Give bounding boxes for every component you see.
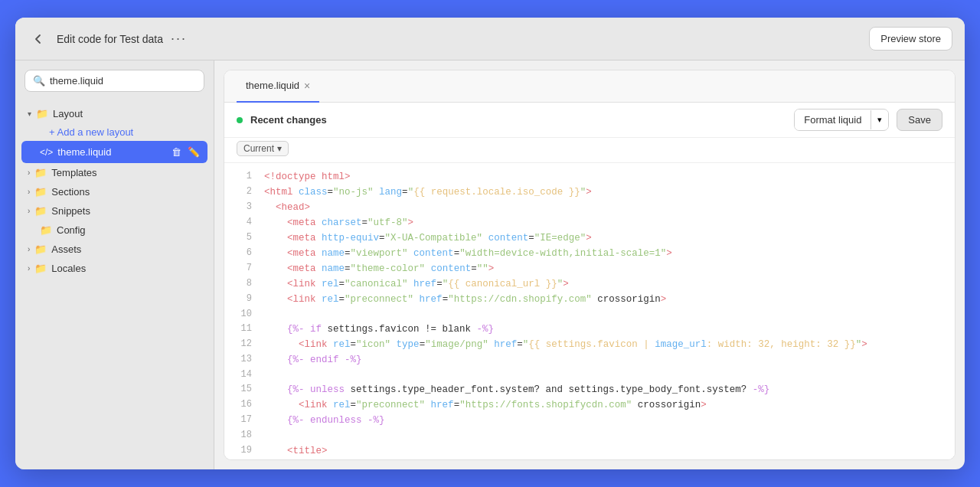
folder-icon: 📁: [40, 224, 52, 236]
code-line: 18: [224, 428, 955, 443]
search-input[interactable]: [50, 75, 196, 87]
file-actions: 🗑 ✏️: [170, 145, 201, 159]
folder-icon: 📁: [34, 263, 47, 274]
edit-icon[interactable]: ✏️: [186, 145, 201, 159]
search-bar[interactable]: 🔍: [24, 70, 204, 92]
code-line: 19 <title>: [224, 443, 955, 459]
sidebar-item-templates[interactable]: › 📁 Templates: [21, 163, 207, 182]
sidebar-item-theme-liquid[interactable]: </> theme.liquid 🗑 ✏️: [21, 141, 207, 163]
sidebar-item-layout[interactable]: ▾ 📁 Layout: [21, 104, 207, 123]
current-dropdown[interactable]: Current ▾: [237, 141, 289, 156]
chevron-right-icon: ›: [28, 264, 30, 273]
editor-area: theme.liquid × Recent changes Format liq…: [224, 70, 956, 460]
code-line: 17 {%- endunless -%}: [224, 413, 955, 428]
chevron-right-icon: ›: [28, 245, 30, 253]
code-line: 11 {%- if settings.favicon != blank -%}: [224, 322, 955, 337]
code-line: 8 <link rel="canonical" href="{{ canonic…: [224, 276, 955, 292]
assets-label: Assets: [51, 244, 81, 255]
theme-liquid-label: theme.liquid: [57, 146, 111, 158]
sidebar-item-locales[interactable]: › 📁 Locales: [21, 259, 207, 278]
delete-icon[interactable]: 🗑: [170, 145, 183, 159]
current-chevron-icon: ▾: [277, 143, 282, 154]
code-line: 5 <meta http-equiv="X-UA-Compatible" con…: [224, 230, 955, 246]
folder-icon: 📁: [36, 108, 48, 119]
folder-icon: 📁: [34, 205, 47, 217]
code-line: 6 <meta name="viewport" content="width=d…: [224, 246, 955, 261]
code-line: 16 <link rel="preconnect" href="https://…: [224, 397, 955, 413]
folder-icon: 📁: [34, 167, 47, 178]
code-line: 13 {%- endif -%}: [224, 352, 955, 368]
code-line: 1 <!doctype html>: [224, 169, 955, 185]
format-chevron-icon[interactable]: ▾: [871, 110, 888, 129]
current-bar: Current ▾: [224, 138, 955, 163]
current-label: Current: [243, 143, 274, 154]
sidebar-item-sections[interactable]: › 📁 Sections: [21, 182, 207, 201]
preview-store-button[interactable]: Preview store: [869, 27, 952, 51]
layout-label: Layout: [53, 108, 83, 119]
format-liquid-button[interactable]: Format liquid: [795, 109, 871, 130]
tab-label: theme.liquid: [246, 80, 299, 91]
sidebar-tree: ▾ 📁 Layout + Add a new layout </> theme.…: [15, 101, 214, 281]
config-label: Config: [57, 224, 86, 236]
tab-bar: theme.liquid ×: [224, 70, 955, 103]
status-dot: [237, 117, 243, 123]
more-icon[interactable]: ···: [171, 31, 187, 47]
sidebar-item-config[interactable]: 📁 Config: [21, 221, 207, 240]
locales-label: Locales: [51, 263, 86, 274]
top-bar-left: Edit code for Test data ···: [28, 28, 869, 50]
tab-close-icon[interactable]: ×: [304, 80, 310, 91]
chevron-down-icon: ▾: [28, 109, 31, 118]
sidebar-item-snippets[interactable]: › 📁 Snippets: [21, 201, 207, 221]
code-line: 2 <html class="no-js" lang="{{ request.l…: [224, 185, 955, 200]
code-line: 12 <link rel="icon" type="image/png" hre…: [224, 337, 955, 352]
code-line: 15 {%- unless settings.type_header_font.…: [224, 382, 955, 397]
tab-theme-liquid[interactable]: theme.liquid ×: [237, 70, 319, 103]
sidebar: 🔍 ▾ 📁 Layout + Add a new layout </> them…: [15, 60, 214, 469]
back-icon[interactable]: [28, 28, 49, 50]
editor-wrapper: 1 <!doctype html> 2 <html class="no-js" …: [224, 163, 955, 459]
chevron-right-icon: ›: [28, 168, 30, 177]
add-layout-label: + Add a new layout: [49, 126, 133, 138]
chevron-right-icon: ›: [28, 207, 30, 215]
code-line: 9 <link rel="preconnect" href="https://c…: [224, 292, 955, 307]
templates-label: Templates: [51, 167, 96, 178]
main-content: 🔍 ▾ 📁 Layout + Add a new layout </> them…: [15, 60, 965, 469]
save-button[interactable]: Save: [897, 109, 942, 131]
sections-label: Sections: [51, 186, 90, 198]
code-line: 14: [224, 368, 955, 382]
folder-icon: 📁: [34, 186, 47, 198]
code-line: 10: [224, 307, 955, 322]
app-window: Edit code for Test data ··· Preview stor…: [15, 18, 965, 469]
add-layout-button[interactable]: + Add a new layout: [21, 123, 207, 141]
recent-changes-label: Recent changes: [250, 114, 786, 126]
sidebar-item-assets[interactable]: › 📁 Assets: [21, 240, 207, 259]
code-line: 7 <meta name="theme-color" content="">: [224, 261, 955, 276]
code-editor[interactable]: 1 <!doctype html> 2 <html class="no-js" …: [224, 163, 955, 459]
recent-changes-bar: Recent changes Format liquid ▾ Save: [224, 103, 955, 138]
file-code-icon: </>: [40, 147, 53, 158]
search-icon: 🔍: [33, 75, 45, 87]
snippets-label: Snippets: [51, 205, 90, 217]
code-line: 20 {{ page_title }}: [224, 459, 955, 459]
chevron-right-icon: ›: [28, 188, 30, 196]
code-line: 3 <head>: [224, 200, 955, 215]
format-liquid-group[interactable]: Format liquid ▾: [794, 109, 889, 131]
folder-icon: 📁: [34, 244, 47, 255]
topbar-title: Edit code for Test data: [57, 33, 163, 45]
code-line: 4 <meta charset="utf-8">: [224, 215, 955, 230]
top-bar: Edit code for Test data ··· Preview stor…: [15, 18, 965, 60]
